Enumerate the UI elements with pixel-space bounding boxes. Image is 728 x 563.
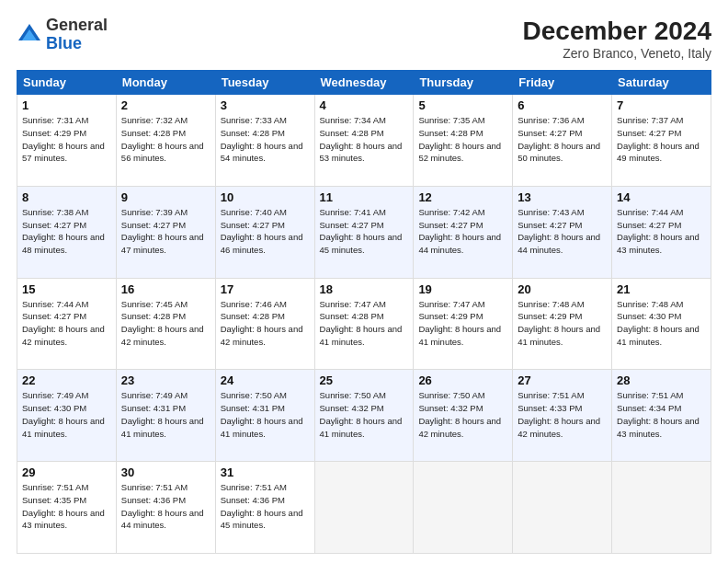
sunrise: Sunrise: 7:48 AM (617, 299, 683, 309)
sunset: Sunset: 4:31 PM (221, 403, 285, 413)
daylight: Daylight: 8 hours and 42 minutes. (221, 324, 303, 347)
calendar-cell: 30 Sunrise: 7:51 AM Sunset: 4:36 PM Dayl… (116, 462, 215, 554)
daylight: Daylight: 8 hours and 41 minutes. (121, 416, 204, 439)
day-info: Sunrise: 7:48 AM Sunset: 4:30 PM Dayligh… (617, 298, 706, 349)
sunset: Sunset: 4:28 PM (221, 311, 285, 321)
day-info: Sunrise: 7:44 AM Sunset: 4:27 PM Dayligh… (617, 206, 706, 257)
sunset: Sunset: 4:27 PM (518, 128, 582, 138)
calendar-cell: 8 Sunrise: 7:38 AM Sunset: 4:27 PM Dayli… (17, 186, 117, 278)
calendar-cell: 31 Sunrise: 7:51 AM Sunset: 4:36 PM Dayl… (215, 462, 314, 554)
week-row-3: 15 Sunrise: 7:44 AM Sunset: 4:27 PM Dayl… (17, 278, 711, 370)
day-number: 19 (418, 282, 507, 296)
day-info: Sunrise: 7:51 AM Sunset: 4:36 PM Dayligh… (121, 481, 210, 532)
daylight: Daylight: 8 hours and 41 minutes. (22, 416, 105, 439)
daylight: Daylight: 8 hours and 48 minutes. (22, 232, 105, 255)
daylight: Daylight: 8 hours and 43 minutes. (617, 416, 700, 439)
calendar-cell: 9 Sunrise: 7:39 AM Sunset: 4:27 PM Dayli… (116, 186, 215, 278)
sunrise: Sunrise: 7:47 AM (418, 299, 484, 309)
sunset: Sunset: 4:27 PM (22, 220, 86, 230)
sunrise: Sunrise: 7:31 AM (22, 115, 88, 125)
sunrise: Sunrise: 7:49 AM (22, 390, 88, 400)
sunset: Sunset: 4:35 PM (22, 495, 86, 505)
day-info: Sunrise: 7:45 AM Sunset: 4:28 PM Dayligh… (121, 298, 210, 349)
day-info: Sunrise: 7:50 AM Sunset: 4:32 PM Dayligh… (320, 389, 409, 440)
col-header-saturday: Saturday (612, 71, 711, 95)
day-info: Sunrise: 7:43 AM Sunset: 4:27 PM Dayligh… (518, 206, 607, 257)
calendar-cell: 29 Sunrise: 7:51 AM Sunset: 4:35 PM Dayl… (17, 462, 117, 554)
day-info: Sunrise: 7:47 AM Sunset: 4:28 PM Dayligh… (320, 298, 409, 349)
sunset: Sunset: 4:29 PM (418, 311, 483, 321)
day-info: Sunrise: 7:39 AM Sunset: 4:27 PM Dayligh… (121, 206, 210, 257)
sunrise: Sunrise: 7:51 AM (121, 482, 188, 492)
day-number: 10 (221, 190, 310, 204)
day-info: Sunrise: 7:49 AM Sunset: 4:30 PM Dayligh… (22, 389, 111, 440)
daylight: Daylight: 8 hours and 47 minutes. (121, 232, 204, 255)
logo-general: General (46, 17, 108, 35)
daylight: Daylight: 8 hours and 42 minutes. (121, 324, 204, 347)
daylight: Daylight: 8 hours and 49 minutes. (617, 141, 700, 164)
day-info: Sunrise: 7:50 AM Sunset: 4:31 PM Dayligh… (221, 389, 310, 440)
day-info: Sunrise: 7:35 AM Sunset: 4:28 PM Dayligh… (418, 114, 507, 165)
sunset: Sunset: 4:27 PM (418, 220, 483, 230)
day-info: Sunrise: 7:41 AM Sunset: 4:27 PM Dayligh… (320, 206, 409, 257)
daylight: Daylight: 8 hours and 44 minutes. (518, 232, 600, 255)
col-header-thursday: Thursday (414, 71, 513, 95)
day-info: Sunrise: 7:40 AM Sunset: 4:27 PM Dayligh… (221, 206, 310, 257)
sunrise: Sunrise: 7:41 AM (320, 207, 386, 217)
logo-blue: Blue (46, 35, 108, 53)
sunset: Sunset: 4:27 PM (22, 311, 86, 321)
sunrise: Sunrise: 7:44 AM (617, 207, 683, 217)
day-info: Sunrise: 7:38 AM Sunset: 4:27 PM Dayligh… (22, 206, 111, 257)
day-number: 22 (22, 373, 111, 387)
calendar-cell: 24 Sunrise: 7:50 AM Sunset: 4:31 PM Dayl… (215, 370, 314, 462)
sunrise: Sunrise: 7:39 AM (121, 207, 188, 217)
calendar-cell (612, 462, 711, 554)
subtitle: Zero Branco, Veneto, Italy (523, 46, 711, 61)
calendar-cell: 6 Sunrise: 7:36 AM Sunset: 4:27 PM Dayli… (513, 95, 612, 187)
day-number: 17 (221, 282, 310, 296)
sunset: Sunset: 4:32 PM (418, 403, 483, 413)
calendar-cell: 22 Sunrise: 7:49 AM Sunset: 4:30 PM Dayl… (17, 370, 117, 462)
sunset: Sunset: 4:27 PM (518, 220, 582, 230)
day-info: Sunrise: 7:31 AM Sunset: 4:29 PM Dayligh… (22, 114, 111, 165)
day-number: 5 (418, 98, 507, 112)
calendar-cell: 7 Sunrise: 7:37 AM Sunset: 4:27 PM Dayli… (612, 95, 711, 187)
daylight: Daylight: 8 hours and 46 minutes. (221, 232, 303, 255)
sunset: Sunset: 4:28 PM (320, 128, 384, 138)
day-info: Sunrise: 7:51 AM Sunset: 4:35 PM Dayligh… (22, 481, 111, 532)
day-info: Sunrise: 7:46 AM Sunset: 4:28 PM Dayligh… (221, 298, 310, 349)
day-number: 27 (518, 373, 607, 387)
day-number: 16 (121, 282, 210, 296)
sunrise: Sunrise: 7:51 AM (22, 482, 88, 492)
daylight: Daylight: 8 hours and 41 minutes. (320, 324, 403, 347)
daylight: Daylight: 8 hours and 57 minutes. (22, 141, 105, 164)
calendar-cell: 26 Sunrise: 7:50 AM Sunset: 4:32 PM Dayl… (414, 370, 513, 462)
daylight: Daylight: 8 hours and 42 minutes. (22, 324, 105, 347)
calendar-cell: 20 Sunrise: 7:48 AM Sunset: 4:29 PM Dayl… (513, 278, 612, 370)
sunset: Sunset: 4:27 PM (221, 220, 285, 230)
sunset: Sunset: 4:30 PM (22, 403, 86, 413)
sunset: Sunset: 4:28 PM (221, 128, 285, 138)
daylight: Daylight: 8 hours and 42 minutes. (418, 416, 501, 439)
sunrise: Sunrise: 7:37 AM (617, 115, 683, 125)
day-info: Sunrise: 7:51 AM Sunset: 4:36 PM Dayligh… (221, 481, 310, 532)
daylight: Daylight: 8 hours and 45 minutes. (221, 508, 303, 531)
calendar-cell: 13 Sunrise: 7:43 AM Sunset: 4:27 PM Dayl… (513, 186, 612, 278)
sunset: Sunset: 4:36 PM (121, 495, 186, 505)
calendar-cell: 12 Sunrise: 7:42 AM Sunset: 4:27 PM Dayl… (414, 186, 513, 278)
week-row-2: 8 Sunrise: 7:38 AM Sunset: 4:27 PM Dayli… (17, 186, 711, 278)
week-row-5: 29 Sunrise: 7:51 AM Sunset: 4:35 PM Dayl… (17, 462, 711, 554)
day-info: Sunrise: 7:44 AM Sunset: 4:27 PM Dayligh… (22, 298, 111, 349)
calendar-cell: 16 Sunrise: 7:45 AM Sunset: 4:28 PM Dayl… (116, 278, 215, 370)
sunrise: Sunrise: 7:46 AM (221, 299, 287, 309)
daylight: Daylight: 8 hours and 44 minutes. (121, 508, 204, 531)
sunrise: Sunrise: 7:48 AM (518, 299, 584, 309)
day-number: 6 (518, 98, 607, 112)
sunset: Sunset: 4:28 PM (121, 311, 186, 321)
day-number: 26 (418, 373, 507, 387)
daylight: Daylight: 8 hours and 53 minutes. (320, 141, 403, 164)
sunrise: Sunrise: 7:32 AM (121, 115, 188, 125)
day-info: Sunrise: 7:34 AM Sunset: 4:28 PM Dayligh… (320, 114, 409, 165)
calendar-cell: 23 Sunrise: 7:49 AM Sunset: 4:31 PM Dayl… (116, 370, 215, 462)
day-info: Sunrise: 7:42 AM Sunset: 4:27 PM Dayligh… (418, 206, 507, 257)
